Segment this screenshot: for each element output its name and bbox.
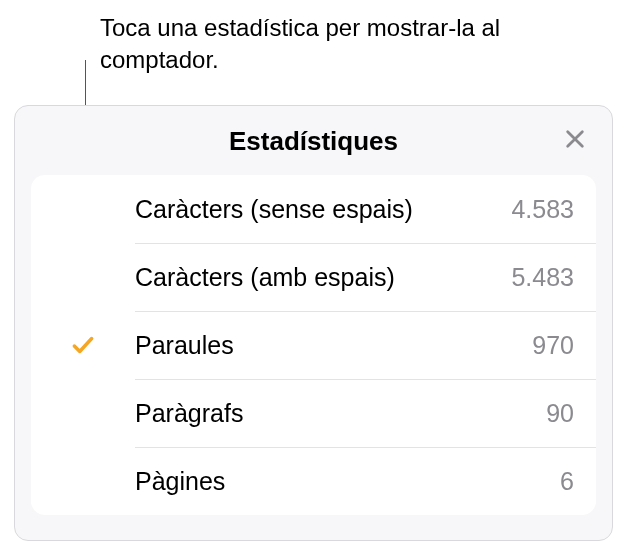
stat-row-paragraphs[interactable]: Paràgrafs 90: [31, 379, 596, 447]
stat-value: 970: [516, 331, 574, 360]
check-slot: [31, 332, 135, 358]
stat-row-pages[interactable]: Pàgines 6: [31, 447, 596, 515]
stat-label: Caràcters (amb espais): [135, 263, 495, 292]
close-icon: [564, 128, 586, 150]
close-button[interactable]: [560, 124, 590, 154]
callout-text: Toca una estadística per mostrar-la al c…: [100, 12, 520, 77]
stats-list: Caràcters (sense espais) 4.583 Caràcters…: [31, 175, 596, 515]
stat-value: 90: [530, 399, 574, 428]
stat-label: Paràgrafs: [135, 399, 530, 428]
stat-row-characters-with-spaces[interactable]: Caràcters (amb espais) 5.483: [31, 243, 596, 311]
statistics-panel: Estadístiques Caràcters (sense espais) 4…: [14, 105, 613, 541]
stat-row-characters-no-spaces[interactable]: Caràcters (sense espais) 4.583: [31, 175, 596, 243]
stat-value: 6: [544, 467, 574, 496]
check-icon: [70, 332, 96, 358]
stat-value: 4.583: [495, 195, 574, 224]
stat-row-words[interactable]: Paraules 970: [31, 311, 596, 379]
panel-title: Estadístiques: [15, 126, 612, 157]
stat-label: Pàgines: [135, 467, 544, 496]
stat-label: Caràcters (sense espais): [135, 195, 495, 224]
stat-label: Paraules: [135, 331, 516, 360]
panel-header: Estadístiques: [15, 116, 612, 175]
stat-value: 5.483: [495, 263, 574, 292]
